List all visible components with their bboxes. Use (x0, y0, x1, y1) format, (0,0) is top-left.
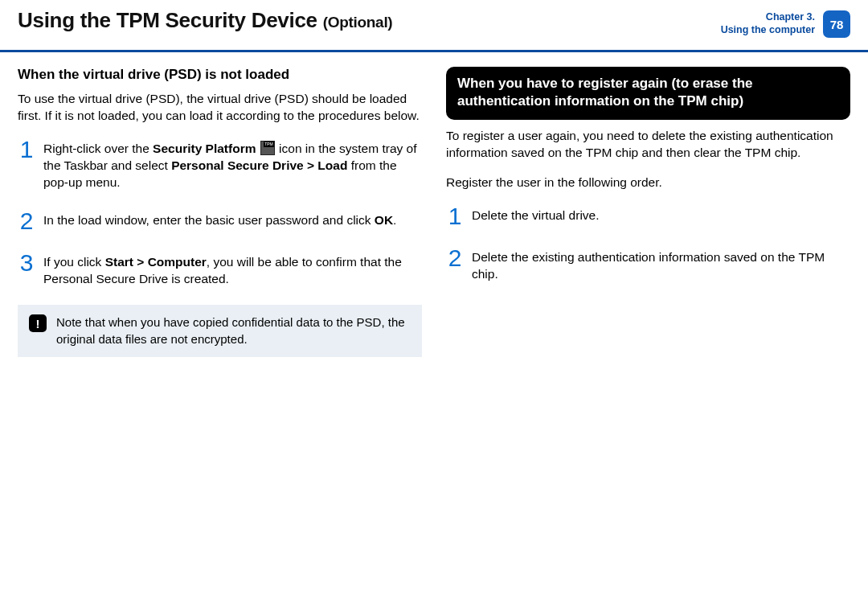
right-step-2: 2 Delete the existing authentication inf… (446, 246, 850, 283)
note-icon: ! (29, 314, 47, 332)
chapter-text: Chapter 3. Using the computer (721, 11, 815, 36)
note-text: Note that when you have copied confident… (56, 314, 411, 347)
step-number: 2 (18, 209, 35, 233)
header: Using the TPM Security Device (Optional)… (0, 0, 868, 52)
step-body: If you click Start > Computer, you will … (43, 251, 422, 288)
title-suffix: (Optional) (323, 14, 393, 31)
chapter-block: Chapter 3. Using the computer 78 (721, 10, 850, 38)
page-number-badge: 78 (823, 10, 850, 38)
chapter-line1: Chapter 3. (721, 11, 815, 24)
left-column: When the virtual drive (PSD) is not load… (18, 67, 422, 357)
content-area: When the virtual drive (PSD) is not load… (0, 52, 868, 357)
step-number: 1 (18, 138, 35, 191)
step-body: In the load window, enter the basic user… (43, 209, 396, 233)
chapter-line2: Using the computer (721, 24, 815, 37)
step-body: Delete the virtual drive. (472, 204, 600, 228)
tpm-tray-icon (260, 141, 275, 155)
right-subtext: Register the user in the following order… (446, 175, 850, 191)
title-main: Using the TPM Security Device (18, 8, 317, 32)
note-box: ! Note that when you have copied confide… (18, 305, 422, 357)
right-callout: When you have to register again (to eras… (446, 67, 850, 120)
left-subtitle: When the virtual drive (PSD) is not load… (18, 67, 422, 83)
step-number: 3 (18, 251, 35, 288)
left-step-2: 2 In the load window, enter the basic us… (18, 209, 422, 233)
left-intro: To use the virtual drive (PSD), the virt… (18, 91, 422, 125)
step-number: 1 (446, 204, 464, 228)
left-step-3: 3 If you click Start > Computer, you wil… (18, 251, 422, 288)
page-title: Using the TPM Security Device (Optional) (18, 8, 392, 33)
step-body: Delete the existing authentication infor… (472, 246, 850, 283)
step-body: Right-click over the Security Platform i… (43, 138, 422, 191)
right-step-1: 1 Delete the virtual drive. (446, 204, 850, 228)
step-number: 2 (446, 246, 464, 283)
left-step-1: 1 Right-click over the Security Platform… (18, 138, 422, 191)
right-intro: To register a user again, you need to de… (446, 128, 850, 162)
right-column: When you have to register again (to eras… (446, 67, 850, 357)
